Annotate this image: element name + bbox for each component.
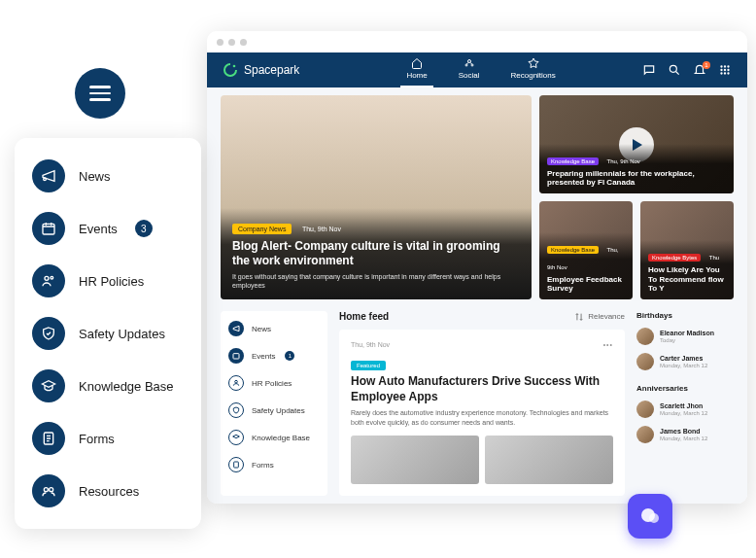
inner-nav-label: Events — [252, 352, 275, 361]
nav-label: Home — [406, 71, 427, 80]
content-area: Company News Thu, 9th Nov Blog Alert- Co… — [207, 87, 747, 504]
popout-item-resources[interactable]: Resources — [32, 474, 184, 507]
topbar-actions: 1 — [642, 63, 732, 77]
anniversaries-heading: Anniversaries — [636, 384, 734, 393]
recommend-card[interactable]: Knowledge Bytes Thu How Likely Are You T… — [640, 201, 734, 299]
person-meta: Today — [660, 337, 714, 343]
popout-item-knowledge[interactable]: Knowledge Base — [32, 369, 184, 402]
anniversaries-section: Anniversaries Scarlett Jhon Monday, Marc… — [636, 384, 734, 443]
person-name: Scarlett Jhon — [660, 402, 707, 410]
card-title: Employee Feedback Survey — [547, 275, 625, 294]
hero-title: Blog Alert- Company culture is vital in … — [232, 239, 520, 269]
svg-rect-23 — [234, 462, 239, 468]
svg-point-13 — [724, 65, 726, 67]
side-overlay: Knowledge Base Thu, 9th Nov Employee Fee… — [539, 232, 633, 299]
card-tag: Knowledge Base — [547, 157, 599, 165]
video-card[interactable]: Knowledge Base Thu, 9th Nov Preparing mi… — [539, 95, 734, 193]
avatar — [636, 401, 654, 418]
inner-nav-label: HR Policies — [252, 379, 292, 388]
person-name: James Bond — [660, 428, 707, 436]
birthdays-heading: Birthdays — [636, 311, 734, 320]
inner-nav-safety[interactable]: Safety Updates — [228, 402, 320, 418]
feed-card[interactable]: Thu, 9th Nov ••• Featured How Auto Manuf… — [339, 330, 625, 496]
inner-nav-label: News — [252, 325, 271, 333]
nav-social[interactable]: Social — [459, 57, 480, 84]
right-column: Birthdays Eleanor Madison Today Carter J… — [636, 311, 734, 496]
chat-fab[interactable] — [628, 494, 672, 539]
svg-point-7 — [233, 65, 236, 68]
inner-nav-news[interactable]: News — [228, 321, 320, 336]
hamburger-menu-button[interactable] — [75, 68, 125, 119]
cap-icon — [228, 430, 244, 445]
people-icon — [32, 264, 65, 297]
hero-row: Company News Thu, 9th Nov Blog Alert- Co… — [221, 95, 734, 299]
card-date: Thu, 9th Nov — [607, 158, 640, 164]
feed-card-desc: Rarely does the automotive industry expe… — [351, 408, 613, 428]
person-item[interactable]: Eleanor Madison Today — [636, 328, 734, 345]
inner-nav-forms[interactable]: Forms — [228, 457, 320, 472]
feed-card-title: How Auto Manufacturers Drive Success Wit… — [351, 374, 613, 404]
popout-label: Events — [79, 222, 118, 236]
sort-icon — [574, 312, 584, 322]
inner-nav-label: Forms — [252, 461, 274, 470]
card-pair: Knowledge Base Thu, 9th Nov Employee Fee… — [539, 201, 734, 299]
group-icon — [32, 474, 65, 507]
svg-point-2 — [45, 276, 49, 280]
nav-recognitions[interactable]: Recognitions — [511, 57, 556, 84]
person-name: Carter James — [660, 355, 707, 363]
card-tag: Knowledge Base — [547, 246, 599, 254]
list-icon — [32, 422, 65, 455]
popout-label: HR Policies — [79, 274, 144, 289]
nav-home[interactable]: Home — [406, 57, 427, 84]
bell-icon[interactable]: 1 — [693, 63, 706, 77]
hero-overlay: Company News Thu, 9th Nov Blog Alert- Co… — [221, 208, 532, 299]
message-icon[interactable] — [642, 63, 656, 77]
inner-nav-hr[interactable]: HR Policies — [228, 375, 320, 391]
feed-tag: Featured — [351, 361, 386, 370]
top-nav: Home Social Recognitions — [406, 57, 555, 84]
brand-name: Spacepark — [244, 63, 299, 77]
hamburger-icon — [89, 86, 111, 101]
nav-label: Social — [459, 71, 480, 80]
browser-chrome — [207, 31, 747, 52]
popout-item-hr[interactable]: HR Policies — [32, 264, 184, 297]
top-header: Spacepark Home Social Recognitions — [207, 52, 747, 87]
person-meta: Monday, March 12 — [660, 436, 707, 441]
hero-card[interactable]: Company News Thu, 9th Nov Blog Alert- Co… — [221, 95, 532, 299]
grid-icon[interactable] — [718, 63, 732, 77]
inner-nav-events[interactable]: Events 1 — [228, 348, 320, 364]
card-date: Thu — [709, 255, 719, 261]
feedback-card[interactable]: Knowledge Base Thu, 9th Nov Employee Fee… — [539, 201, 633, 299]
hero-tag: Company News — [232, 224, 292, 234]
popout-item-news[interactable]: News — [32, 159, 184, 192]
shield-icon — [228, 402, 244, 418]
nav-label: Recognitions — [511, 71, 556, 80]
feed-heading: Home feed — [339, 311, 389, 322]
more-icon[interactable]: ••• — [603, 341, 613, 348]
popout-item-safety[interactable]: Safety Updates — [32, 317, 184, 350]
svg-point-3 — [51, 276, 53, 279]
person-meta: Monday, March 12 — [660, 410, 707, 416]
popout-menu: News Events 3 HR Policies Safety Updates… — [15, 138, 201, 529]
brand[interactable]: Spacepark — [223, 62, 299, 78]
person-item[interactable]: Scarlett Jhon Monday, March 12 — [636, 401, 734, 418]
avatar — [636, 328, 654, 345]
popout-item-forms[interactable]: Forms — [32, 422, 184, 455]
people-icon — [228, 375, 244, 391]
feed-image — [485, 436, 613, 484]
popout-label: Knowledge Base — [79, 379, 174, 394]
inner-nav-knowledge[interactable]: Knowledge Base — [228, 430, 320, 445]
svg-point-14 — [727, 65, 729, 67]
person-item[interactable]: Carter James Monday, March 12 — [636, 353, 734, 370]
card-tag: Knowledge Bytes — [648, 254, 701, 262]
popout-label: Resources — [79, 484, 139, 499]
person-item[interactable]: James Bond Monday, March 12 — [636, 426, 734, 443]
svg-point-15 — [720, 69, 722, 71]
popout-label: Forms — [79, 432, 115, 446]
search-icon[interactable] — [668, 63, 681, 77]
popout-item-events[interactable]: Events 3 — [32, 212, 184, 245]
feed-sort[interactable]: Relevance — [574, 312, 625, 322]
star-icon — [528, 57, 539, 69]
hero-desc: It goes without saying that company cult… — [232, 272, 520, 290]
events-badge: 3 — [135, 220, 153, 237]
